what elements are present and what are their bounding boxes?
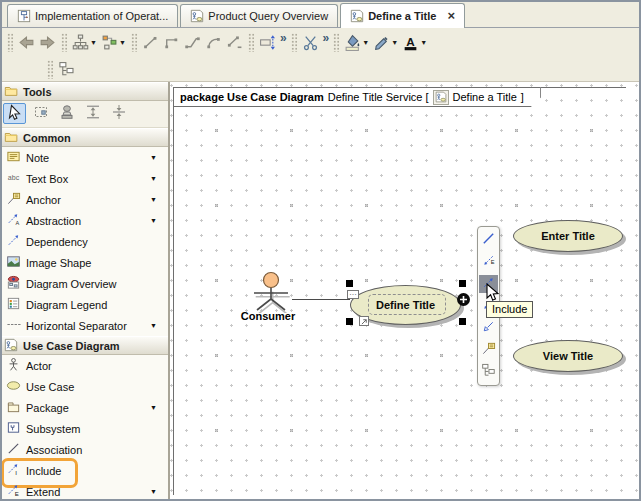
hseparator-icon <box>6 317 21 334</box>
containment-tree-icon <box>58 61 75 78</box>
distribute-vertical-button[interactable] <box>81 103 104 124</box>
compartments-button[interactable]: … <box>347 290 359 299</box>
dropdown-arrow-icon[interactable]: ▼ <box>150 196 157 203</box>
diagram-frame-header[interactable]: package Use Case Diagram Define Title Se… <box>173 87 541 107</box>
palette-item-actor[interactable]: Actor <box>0 355 168 376</box>
palette-item-label: Abstraction <box>26 215 81 227</box>
palette-item-association[interactable]: Association <box>0 439 168 460</box>
actor-label[interactable]: Consumer <box>228 310 308 322</box>
fill-color-button[interactable]: ▼ <box>342 32 371 54</box>
corner-arrow-icon <box>361 318 368 325</box>
toolbar-grip[interactable] <box>61 33 67 52</box>
palette-item-package[interactable]: Package▼ <box>0 397 168 418</box>
marquee-button[interactable] <box>29 103 52 124</box>
sticker-button[interactable] <box>55 103 78 124</box>
palette-item-abstraction[interactable]: AAbstraction▼ <box>0 210 168 231</box>
dropdown-arrow-icon[interactable]: ▼ <box>150 217 157 224</box>
scissors-button[interactable] <box>300 32 321 54</box>
quick-layout-button[interactable]: ▼ <box>99 32 128 54</box>
palette-item-diagram-overview[interactable]: Diagram Overview <box>0 273 168 294</box>
palette-item-label: Package <box>26 402 69 414</box>
overflow-chevron-icon[interactable]: » <box>280 31 286 45</box>
popup-association-line-button[interactable] <box>479 231 498 249</box>
dropdown-arrow-icon[interactable]: ▼ <box>391 39 398 46</box>
palette-item-include[interactable]: IInclude <box>0 460 168 481</box>
expand-plus-button[interactable] <box>457 293 470 306</box>
palette-item-horizontal-separator[interactable]: Horizontal Separator▼ <box>0 315 168 336</box>
font-color-button[interactable]: A▼ <box>400 32 429 54</box>
resize-shape-button[interactable] <box>257 32 278 54</box>
line-bent-button[interactable] <box>182 32 203 54</box>
usecase-enter-title[interactable]: Enter Title <box>513 220 623 252</box>
palette-item-subsystem[interactable]: Subsystem <box>0 418 168 439</box>
line-spline-button[interactable] <box>224 32 245 54</box>
tab-define-a-title[interactable]: Define a Title× <box>340 3 465 28</box>
scissors-icon <box>302 34 319 51</box>
palette-item-label: Diagram Overview <box>26 278 116 290</box>
dropdown-arrow-icon[interactable]: ▼ <box>90 39 97 46</box>
svg-text:E: E <box>15 490 19 497</box>
palette-item-anchor[interactable]: Anchor▼ <box>0 189 168 210</box>
selection-handle-top-right[interactable] <box>459 280 466 287</box>
tab-implementation-of-operat[interactable]: Implementation of Operat... <box>7 4 178 27</box>
select-cursor-button[interactable] <box>3 103 26 124</box>
dropdown-arrow-icon[interactable]: ▼ <box>362 39 369 46</box>
toolbar-grip[interactable] <box>248 33 254 52</box>
popup-anchor-button[interactable] <box>479 341 498 359</box>
diagram-canvas[interactable]: package Use Case Diagram Define Title Se… <box>170 82 641 500</box>
toolbar-grip[interactable] <box>291 33 297 52</box>
palette-item-image-shape[interactable]: Image Shape <box>0 252 168 273</box>
section-header-use-case-diagram[interactable]: Use Case Diagram <box>0 336 168 355</box>
association-connector[interactable] <box>292 299 350 300</box>
usecase-diagram-icon <box>190 9 204 23</box>
toolbar-grip[interactable] <box>131 33 137 52</box>
selection-handle-bottom-right[interactable] <box>459 318 466 325</box>
toolbar-grip[interactable] <box>333 33 339 52</box>
containment-tree-button[interactable] <box>56 58 77 80</box>
quick-link-button[interactable] <box>359 316 369 326</box>
popup-generalization-arrow-button[interactable] <box>479 319 498 337</box>
popup-extend-arrow-button[interactable]: E <box>479 253 498 271</box>
plus-icon <box>459 295 468 304</box>
palette-item-note[interactable]: Note▼ <box>0 147 168 168</box>
usecase-view-title[interactable]: View Title <box>513 340 623 372</box>
palette-item-extend[interactable]: EExtend▼ <box>0 481 168 500</box>
anchor-icon <box>6 191 21 208</box>
dropdown-arrow-icon[interactable]: ▼ <box>150 404 157 411</box>
selection-handle-top-left[interactable] <box>346 280 353 287</box>
section-header-common[interactable]: Common <box>0 128 168 147</box>
dropdown-arrow-icon[interactable]: ▼ <box>420 39 427 46</box>
toolbar-grip[interactable] <box>7 33 13 52</box>
popup-containment-tree-button[interactable] <box>479 363 498 381</box>
note-icon <box>6 149 21 166</box>
line-oblique-button[interactable] <box>140 32 161 54</box>
dropdown-arrow-icon[interactable]: ▼ <box>150 154 157 161</box>
forward-button[interactable] <box>37 32 58 54</box>
palette-item-diagram-legend[interactable]: Diagram Legend <box>0 294 168 315</box>
dropdown-arrow-icon[interactable]: ▼ <box>150 488 157 495</box>
tree-layout-button[interactable]: ▼ <box>70 32 99 54</box>
line-curve-button[interactable] <box>203 32 224 54</box>
compress-vertical-button[interactable] <box>107 103 130 124</box>
line-rectilinear-button[interactable] <box>161 32 182 54</box>
palette-item-text-box[interactable]: abcText Box▼ <box>0 168 168 189</box>
font-color-icon: A <box>402 34 419 51</box>
palette-item-dependency[interactable]: Dependency <box>0 231 168 252</box>
palette-item-label: Dependency <box>26 236 88 248</box>
tab-close-icon[interactable]: × <box>447 11 455 21</box>
back-button[interactable] <box>16 32 37 54</box>
usecase-diagram-icon <box>4 338 18 354</box>
palette-item-use-case[interactable]: Use Case <box>0 376 168 397</box>
section-header-tools[interactable]: Tools <box>0 82 168 101</box>
frame-close-bracket: ] <box>521 91 524 103</box>
dropdown-arrow-icon[interactable]: ▼ <box>119 39 126 46</box>
toolbar-grip[interactable] <box>47 60 53 79</box>
palette-item-label: Use Case <box>26 381 74 393</box>
pen-color-button[interactable]: ▼ <box>371 32 400 54</box>
anchor-icon <box>481 341 496 360</box>
dropdown-arrow-icon[interactable]: ▼ <box>150 175 157 182</box>
selection-handle-bottom-left[interactable] <box>346 318 353 325</box>
tab-product-query-overview[interactable]: Product Query Overview <box>180 4 338 27</box>
overflow-chevron-icon[interactable]: » <box>323 31 329 45</box>
dropdown-arrow-icon[interactable]: ▼ <box>150 322 157 329</box>
